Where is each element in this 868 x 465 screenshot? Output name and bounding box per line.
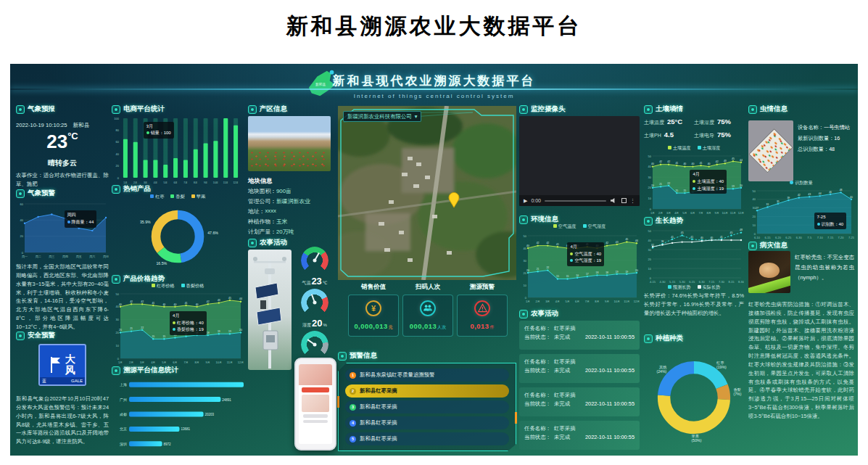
plot-info-heading: 地块信息 — [248, 177, 273, 185]
company-select[interactable]: 新疆润新农业科技有限公司▾ — [343, 111, 421, 122]
svg-text:6-30: 6-30 — [796, 236, 803, 239]
svg-text:8-15: 8-15 — [728, 280, 735, 284]
legend-item[interactable]: 实际长势 — [698, 284, 721, 291]
svg-text:42: 42 — [141, 300, 144, 303]
svg-text:18: 18 — [196, 332, 199, 334]
hot-products-donut-chart[interactable]: 47.6%16.5%35.9% — [112, 200, 244, 273]
svg-text:22: 22 — [141, 326, 144, 329]
svg-text:6-15: 6-15 — [764, 236, 771, 239]
svg-text:18: 18 — [708, 186, 711, 189]
satellite-map[interactable] — [338, 106, 516, 280]
dashboard-title: 新和县现代农业溯源大数据平台 — [10, 73, 858, 89]
plot-field: 计划产量：20万吨 — [248, 228, 294, 236]
list-accent — [515, 412, 517, 424]
environment-chart[interactable]: 010203040501月2月3月4月5月6月7月8月9月10月11月12月40… — [519, 231, 640, 303]
fullscreen-icon[interactable] — [621, 198, 627, 203]
panel-title: 溯源平台信息统计 — [123, 366, 178, 375]
mobile-app-preview — [294, 358, 336, 450]
legend-item[interactable]: 红枣 — [150, 194, 164, 200]
task-card[interactable]: 任务名称：红枣采摘 当前状态：未完成2022-10-11 10:00:55 — [519, 387, 640, 416]
svg-text:周六: 周六 — [89, 255, 95, 258]
task-card[interactable]: 任务名称：红枣采摘 当前状态：未完成2022-10-11 10:00:55 — [519, 321, 640, 350]
svg-text:7月: 7月 — [183, 361, 188, 364]
svg-text:30: 30 — [116, 318, 120, 321]
price-trend-panel: 产品价格趋势 红枣价格香梨价格 010203040501月2月3月4月5月6月7… — [112, 274, 244, 366]
svg-text:4月: 4月 — [674, 211, 679, 215]
more-icon[interactable]: ⋮ — [630, 198, 635, 204]
svg-text:46: 46 — [829, 191, 832, 194]
svg-text:10: 10 — [648, 197, 652, 200]
svg-text:43: 43 — [218, 299, 220, 302]
legend-item[interactable]: 香梨 — [170, 194, 184, 200]
monthly-sales-bar-chart[interactable]: 0204060801001月2月3月4月5月6月7月8月9月10月11月12月3… — [112, 115, 244, 184]
svg-text:18: 18 — [605, 271, 608, 274]
farm-tasks-panel: 农事活动 任务名称：红枣采摘 当前状态：未完成2022-10-11 10:00:… — [519, 309, 640, 454]
svg-text:22: 22 — [667, 182, 670, 185]
warning-row[interactable]: 4新和县红枣采摘 — [345, 416, 509, 429]
volume-icon[interactable] — [610, 197, 618, 204]
svg-text:6月: 6月 — [575, 300, 579, 303]
warning-row[interactable]: 3新和县红枣采摘 — [345, 400, 509, 413]
panel-title: 生长趋势 — [656, 216, 683, 226]
svg-text:20: 20 — [753, 215, 756, 218]
video-progress-bar[interactable] — [545, 200, 606, 202]
svg-text:7-15: 7-15 — [708, 280, 715, 284]
svg-text:18: 18 — [716, 186, 719, 189]
svg-text:24891: 24891 — [222, 398, 231, 402]
svg-text:8-30: 8-30 — [738, 280, 744, 284]
svg-text:40: 40 — [526, 244, 529, 247]
warning-list: 1新和县东泉镇红枣质量追溯预警 2新和县红枣采摘 3新和县红枣采摘 4新和县红枣… — [338, 363, 516, 451]
gale-text: 大风 — [65, 354, 77, 375]
pest-trap-photo — [748, 120, 793, 181]
legend-item[interactable]: 空气湿度 — [583, 223, 606, 230]
temperature-gauge: 气温23℃ — [293, 247, 336, 287]
svg-text:4-30: 4-30 — [660, 280, 666, 284]
play-button[interactable]: ▶ — [524, 198, 527, 204]
video-player[interactable]: ▶ 0:00 ⋮ — [519, 116, 640, 206]
legend-item[interactable]: 苹果 — [191, 194, 205, 200]
svg-text:44: 44 — [819, 192, 822, 195]
svg-text:40: 40 — [576, 244, 579, 247]
legend-item[interactable]: 空气温度 — [553, 223, 576, 230]
svg-text:45: 45 — [730, 231, 733, 234]
svg-text:19: 19 — [228, 330, 231, 333]
price-trend-chart[interactable]: 010203040501月2月3月4月5月6月7月8月9月10月11月12月40… — [112, 289, 244, 364]
svg-text:6-20: 6-20 — [775, 236, 782, 239]
svg-text:43: 43 — [724, 160, 727, 162]
svg-text:21: 21 — [659, 183, 662, 186]
svg-text:43: 43 — [808, 193, 811, 196]
svg-text:4-15: 4-15 — [650, 280, 656, 284]
svg-text:1月: 1月 — [118, 361, 123, 364]
panel-icon — [519, 215, 528, 224]
panel-title: 虫情信息 — [760, 104, 788, 114]
svg-text:2月: 2月 — [536, 300, 540, 303]
task-card[interactable]: 任务名称：红枣采摘 当前状态：未完成2022-10-11 10:00:55 — [519, 421, 640, 450]
pest-count-chart[interactable]: 010203040506-106-156-206-256-307-57-107-… — [748, 186, 854, 239]
svg-text:1月: 1月 — [650, 211, 655, 215]
plot-field: 地块面积：900亩 — [248, 187, 292, 195]
plot-field: 种植作物：玉米 — [248, 218, 288, 226]
svg-text:7-15: 7-15 — [827, 236, 834, 239]
svg-text:10: 10 — [116, 344, 120, 347]
task-card[interactable]: 任务名称：红枣采摘 当前状态：未完成2022-10-11 10:00:55 — [519, 354, 640, 383]
svg-text:42: 42 — [605, 242, 608, 244]
panel-title: 土壤墒情 — [656, 104, 683, 114]
soil-chart[interactable]: 010203040501月2月3月4月5月6月7月8月9月10月11月12月40… — [644, 151, 744, 215]
warning-row[interactable]: 2新和县红枣采摘 — [345, 384, 509, 398]
legend-item[interactable]: 预测长势 — [668, 284, 691, 291]
city-views-hbar-chart[interactable]: 上海广州24891成都20203北京13681深圳8972 — [112, 377, 244, 451]
panel-icon — [644, 105, 653, 114]
svg-text:20: 20 — [648, 258, 652, 261]
svg-text:17: 17 — [700, 187, 703, 190]
video-time: 0:00 — [531, 198, 541, 203]
growth-line-chart[interactable]: 010203040504-154-305-155-306-156-307-157… — [644, 226, 744, 284]
warning-row[interactable]: 1新和县东泉镇红枣质量追溯预警 — [345, 369, 509, 382]
svg-text:60: 60 — [116, 140, 120, 144]
svg-text:7月: 7月 — [698, 211, 703, 215]
rainfall-chart[interactable]: 0204060周一周二周三周四周五周六周日周四降雨量：44 — [16, 199, 109, 258]
svg-text:19: 19 — [625, 271, 628, 273]
svg-text:42: 42 — [546, 242, 549, 244]
plant-types-donut-chart[interactable]: 红枣(19%)香梨(7%)苹果(50%)其他(24%) — [644, 344, 744, 451]
warning-row[interactable]: 5新和县红枣采摘 — [345, 432, 509, 445]
svg-text:20: 20 — [116, 164, 120, 168]
